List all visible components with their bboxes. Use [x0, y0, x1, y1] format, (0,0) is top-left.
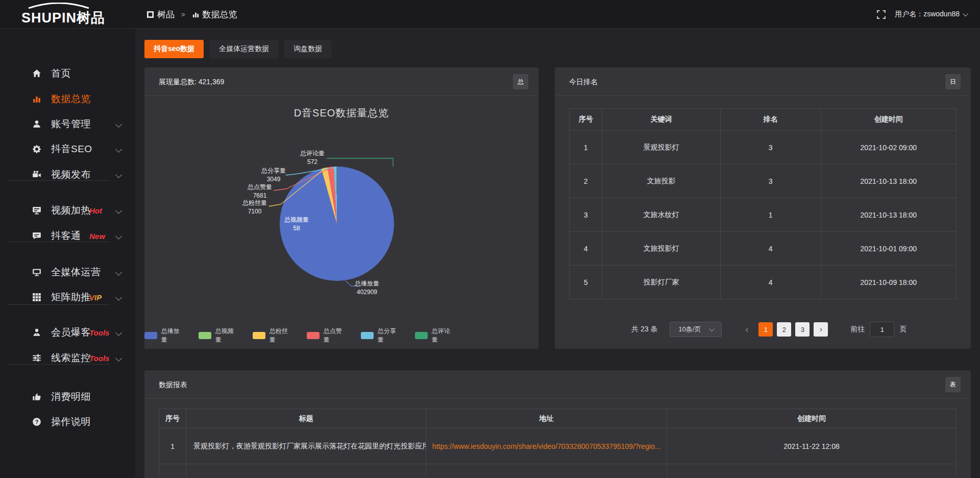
breadcrumb-current[interactable]: 数据总览: [192, 9, 237, 20]
legend-item-2[interactable]: 总视频量: [199, 327, 239, 344]
sidebar-item-7[interactable]: 抖客通New: [0, 224, 135, 248]
sidebar-badge: Hot: [89, 206, 102, 215]
logo-arc: [26, 3, 92, 9]
fullscreen-icon[interactable]: [877, 10, 886, 19]
user-menu[interactable]: 用户名：zswodun88: [895, 10, 967, 19]
chevron-down-icon: [115, 355, 122, 362]
sidebar-item-label: 首页: [51, 67, 71, 80]
sidebar-item-10[interactable]: 会员爆客Tools: [0, 321, 135, 344]
table-view-button[interactable]: 表: [945, 377, 961, 392]
sidebar-item-2[interactable]: 数据总览: [0, 87, 135, 111]
next-page-button[interactable]: ›: [814, 322, 828, 337]
sidebar-item-4[interactable]: 抖音SEO: [0, 137, 135, 161]
legend-item-5[interactable]: 总分享量: [361, 327, 402, 344]
sidebar-item-11[interactable]: 线索监控Tools: [0, 346, 135, 370]
daily-view-button[interactable]: 日: [945, 74, 961, 89]
tab-1[interactable]: 抖音seo数据: [144, 40, 204, 58]
table-row[interactable]: 1景观投影灯32021-10-02 09:00: [570, 131, 957, 164]
chevron-down-icon: [115, 146, 122, 153]
legend-item-3[interactable]: 总粉丝量: [253, 327, 293, 344]
sidebar-divider: [8, 364, 110, 365]
sidebar-badge: Tools: [89, 328, 109, 337]
table-cell: 2021-10-13 18:00: [821, 164, 956, 198]
page-number-button[interactable]: 1: [758, 322, 773, 337]
impressions-total-label: 展现量总数: 421,369: [159, 78, 224, 87]
table-cell: 投影灯厂家: [602, 266, 720, 299]
column-header: 排名: [720, 109, 821, 131]
pie-label-videos: 总视频量58: [266, 216, 327, 233]
table-header-row: 序号标题地址创建时间: [159, 409, 957, 428]
sidebar-divider: [8, 180, 110, 181]
sidebar-item-label: 抖音SEO: [51, 142, 92, 156]
legend-swatch: [415, 332, 428, 339]
ranking-panel-title: 今日排名: [569, 78, 598, 87]
report-url-link[interactable]: https://www.iesdouyin.com/share/video/70…: [426, 428, 667, 464]
page-number-button[interactable]: 3: [795, 322, 810, 337]
table-cell: 2021-11-22 12:08: [667, 428, 956, 464]
legend-item-6[interactable]: 总评论量: [415, 327, 456, 344]
sidebar-item-6[interactable]: 视频加热Hot: [0, 199, 135, 222]
table-cell: 4: [570, 232, 602, 266]
table-row[interactable]: 5投影灯厂家42021-10-09 18:00: [570, 266, 957, 299]
sidebar-item-label: 视频加热: [51, 204, 91, 217]
page-number-button[interactable]: 2: [777, 322, 791, 337]
data-tabs: 抖音seo数据全媒体运营数据询盘数据: [144, 40, 331, 58]
sidebar: 首页数据总览账号管理抖音SEO视频发布视频加热Hot抖客通New全媒体运营矩阵助…: [0, 29, 135, 478]
chevron-down-icon: [115, 121, 122, 128]
table-row[interactable]: 1景观投影灯，夜游景观投影灯厂家展示展示落花灯在花园里的灯光投影应用效果 #ht…: [159, 428, 957, 464]
pie-label-likes: 总点赞量7681: [229, 183, 290, 200]
table-row[interactable]: 4文旅投影灯42021-10-01 09:00: [570, 232, 957, 266]
column-header: 地址: [426, 409, 667, 428]
sidebar-item-12[interactable]: 消费明细: [0, 385, 135, 409]
sidebar-divider: [8, 242, 110, 242]
table-cell: 2: [570, 164, 602, 198]
sidebar-item-5[interactable]: 视频发布: [0, 163, 135, 186]
pie-label-shares: 总分享量3049: [243, 166, 304, 184]
breadcrumb-separator: >: [181, 11, 185, 18]
table-cell: 2021-10-01 09:00: [821, 232, 956, 266]
prev-page-button[interactable]: ‹: [741, 324, 752, 335]
table-cell: 3: [570, 198, 602, 232]
sidebar-item-label: 全媒体运营: [51, 266, 101, 279]
page-size-select[interactable]: 10条/页: [670, 322, 722, 337]
sidebar-item-9[interactable]: 矩阵助推VIP: [0, 285, 135, 309]
chevron-down-icon: [115, 269, 122, 276]
total-view-button[interactable]: 总: [513, 74, 528, 89]
goto-label: 前往: [850, 325, 865, 334]
table-row[interactable]: 2文旅投影32021-10-13 18:00: [570, 164, 957, 198]
sidebar-item-3[interactable]: 账号管理: [0, 112, 135, 136]
legend-label: 总评论量: [432, 327, 456, 344]
sidebar-item-8[interactable]: 全媒体运营: [0, 260, 135, 284]
table-row[interactable]: 3文旅水纹灯12021-10-13 18:00: [570, 198, 957, 232]
report-panel-title: 数据报表: [159, 380, 187, 390]
goto-page-input[interactable]: [870, 322, 894, 337]
sidebar-item-13[interactable]: ?操作说明: [0, 410, 135, 434]
tab-2[interactable]: 全媒体运营数据: [210, 40, 278, 58]
sidebar-item-label: 数据总览: [51, 92, 91, 106]
sidebar-item-label: 会员爆客: [51, 326, 91, 339]
username-label: 用户名：zswodun88: [895, 10, 960, 19]
sidebar-badge: New: [89, 232, 105, 241]
sidebar-item-label: 消费明细: [51, 390, 91, 403]
pie-label-fans: 总粉丝量7100: [224, 199, 285, 216]
chevron-down-icon: [115, 294, 122, 301]
table-cell: 2021-10-02 09:00: [821, 131, 956, 164]
thumb-up-icon: [32, 392, 42, 402]
tab-3[interactable]: 询盘数据: [284, 40, 331, 58]
sidebar-item-1[interactable]: 首页: [0, 62, 135, 85]
legend-label: 总播放量: [161, 327, 185, 344]
breadcrumb: 树品 > 数据总览: [146, 0, 237, 29]
column-header: 序号: [159, 409, 186, 428]
legend-item-1[interactable]: 总播放量: [144, 327, 185, 344]
pagination-total: 共 23 条: [631, 325, 657, 334]
sidebar-divider: [8, 304, 110, 305]
breadcrumb-root[interactable]: 树品: [146, 9, 175, 20]
goto-unit-label: 页: [899, 325, 906, 334]
legend-item-4[interactable]: 总点赞量: [307, 327, 348, 344]
breadcrumb-root-label: 树品: [157, 9, 175, 20]
video-camera-icon: [32, 170, 42, 180]
legend-swatch: [307, 332, 320, 339]
pie-chart-title: D音SEO数据量总览: [144, 106, 538, 120]
table-cell: 文旅投影灯: [602, 232, 720, 266]
column-header: 创建时间: [821, 109, 956, 131]
